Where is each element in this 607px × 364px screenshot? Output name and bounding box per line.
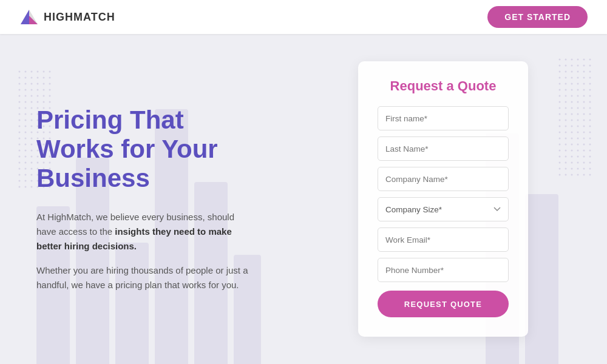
svg-marker-1 <box>21 10 29 24</box>
right-panel: Request a Quote Company Size* 1-10 11-50… <box>279 34 607 364</box>
phone-input[interactable] <box>378 258 509 282</box>
left-panel: Pricing That Works for Your Business At … <box>0 34 279 364</box>
description-1: At HighMatch, we believe every business,… <box>36 210 255 254</box>
request-quote-button[interactable]: REQUEST QUOTE <box>378 291 509 317</box>
header: HIGHMATCH GET STARTED <box>0 0 607 34</box>
last-name-input[interactable] <box>378 136 509 161</box>
form-title: Request a Quote <box>378 78 509 94</box>
description-2: Whether you are hiring thousands of peop… <box>36 263 255 292</box>
get-started-button[interactable]: GET STARTED <box>487 6 588 28</box>
first-name-input[interactable] <box>378 106 509 130</box>
work-email-input[interactable] <box>378 228 509 252</box>
main-content: Pricing That Works for Your Business At … <box>0 34 607 364</box>
company-name-input[interactable] <box>378 167 509 191</box>
logo-text: HIGHMATCH <box>44 11 115 24</box>
logo-area: HIGHMATCH <box>19 7 115 27</box>
company-size-select[interactable]: Company Size* 1-10 11-50 51-200 201-500 … <box>378 197 509 221</box>
logo-icon <box>19 7 39 27</box>
main-heading: Pricing That Works for Your Business <box>36 106 255 194</box>
quote-form-card: Request a Quote Company Size* 1-10 11-50… <box>358 61 528 337</box>
